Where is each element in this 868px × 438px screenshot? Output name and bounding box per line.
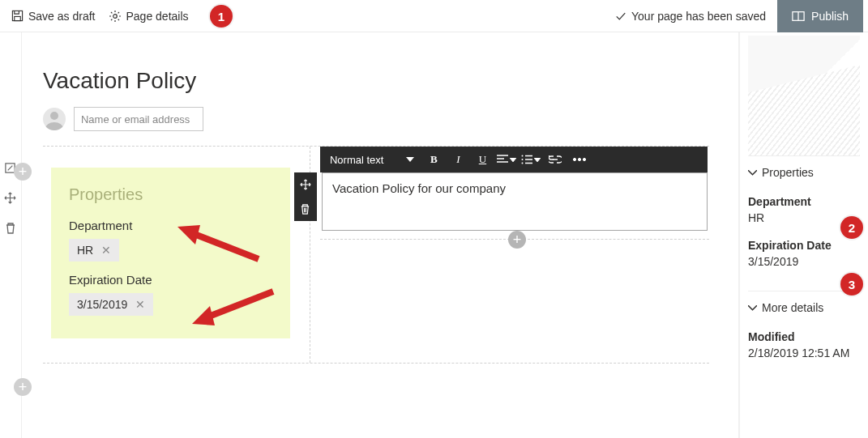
saved-status-text: Your page has been saved — [631, 10, 766, 23]
page-details-label: Page details — [126, 10, 189, 23]
page-canvas: Vacation Policy + Properties Department … — [22, 32, 738, 438]
bold-button[interactable]: B — [422, 148, 445, 171]
rp-department-label: Department — [748, 195, 860, 208]
save-as-draft-button[interactable]: Save as draft — [5, 6, 102, 26]
rp-expiration-value: 3/15/2019 — [748, 255, 860, 268]
remove-expiration-icon[interactable]: ✕ — [135, 298, 145, 311]
italic-button[interactable]: I — [447, 148, 469, 171]
left-side-rail — [0, 32, 22, 438]
page-title[interactable]: Vacation Policy — [43, 68, 709, 94]
chevron-down-icon — [748, 305, 757, 311]
svg-point-11 — [584, 158, 586, 160]
chevron-down-icon — [748, 170, 757, 176]
publish-label: Publish — [811, 10, 849, 23]
rp-modified-label: Modified — [748, 330, 860, 343]
properties-section-header[interactable]: Properties — [748, 164, 860, 181]
publish-icon — [792, 11, 805, 22]
save-icon — [11, 10, 24, 22]
page-details-panel: Properties Department HR 2 Expiration Da… — [738, 32, 868, 438]
annotation-badge-3: 3 — [840, 273, 863, 296]
department-value: HR — [77, 244, 93, 257]
publish-button[interactable]: Publish — [777, 0, 863, 32]
svg-marker-13 — [177, 225, 200, 245]
rp-expiration-label: Expiration Date — [748, 239, 860, 252]
svg-point-7 — [522, 159, 524, 160]
gear-icon — [109, 10, 122, 23]
svg-point-10 — [579, 158, 581, 160]
delete-webpart-button[interactable] — [294, 197, 317, 221]
annotation-badge-2: 2 — [840, 216, 863, 239]
list-button[interactable] — [520, 148, 542, 171]
save-as-draft-label: Save as draft — [28, 10, 96, 23]
page-details-button[interactable]: Page details — [102, 6, 195, 26]
annotation-arrow-2 — [192, 283, 281, 332]
author-input[interactable] — [74, 107, 203, 131]
remove-department-icon[interactable]: ✕ — [101, 244, 111, 257]
svg-line-14 — [207, 291, 273, 317]
more-button[interactable] — [568, 148, 591, 171]
command-bar: Save as draft Page details Your page has… — [0, 0, 868, 32]
saved-status: Your page has been saved — [604, 10, 777, 23]
link-button[interactable] — [544, 148, 567, 171]
check-icon — [615, 11, 626, 22]
department-chip[interactable]: HR ✕ — [69, 239, 119, 262]
annotation-badge-1: 1 — [210, 5, 233, 28]
text-style-dropdown[interactable]: Normal text — [325, 154, 421, 166]
delete-section-button[interactable] — [5, 222, 16, 235]
chevron-down-icon — [406, 157, 414, 162]
section-divider-bottom — [43, 363, 709, 368]
svg-point-9 — [574, 158, 576, 160]
rte-toolbar: Normal text B I U — [320, 147, 708, 172]
webpart-divider: + — [320, 239, 709, 240]
webpart-side-toolbar — [294, 172, 317, 221]
svg-marker-15 — [192, 306, 215, 325]
properties-webpart-title: Properties — [69, 185, 272, 204]
add-section-button-top[interactable]: + — [14, 163, 32, 181]
svg-rect-1 — [15, 16, 21, 20]
add-webpart-button[interactable]: + — [508, 231, 526, 249]
rp-modified-value: 2/18/2019 12:51 AM — [748, 347, 860, 359]
more-details-section-header[interactable]: More details — [748, 300, 860, 316]
expiration-chip[interactable]: 3/15/2019 ✕ — [69, 293, 153, 316]
add-section-button-bottom[interactable]: + — [14, 378, 32, 396]
expiration-value: 3/15/2019 — [77, 298, 127, 311]
svg-point-8 — [522, 163, 524, 164]
underline-button[interactable]: U — [471, 148, 494, 171]
text-webpart-content[interactable]: Vacation Policy for our company — [322, 172, 708, 231]
svg-point-6 — [522, 155, 524, 157]
annotation-arrow-1 — [177, 219, 267, 267]
avatar — [43, 108, 66, 130]
svg-line-12 — [192, 233, 259, 259]
align-button[interactable] — [495, 148, 518, 171]
move-webpart-button[interactable] — [294, 172, 317, 197]
properties-section-label: Properties — [762, 166, 814, 179]
move-section-button[interactable] — [4, 192, 16, 204]
more-details-section-label: More details — [762, 301, 823, 314]
svg-point-2 — [113, 14, 117, 18]
text-style-label: Normal text — [330, 154, 383, 166]
thumbnail-preview[interactable] — [748, 36, 860, 155]
